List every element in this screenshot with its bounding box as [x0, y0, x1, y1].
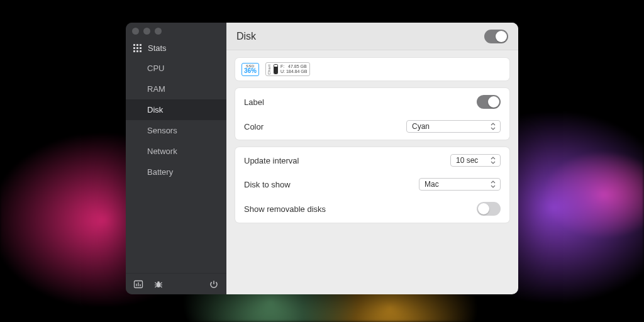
svg-rect-14 [157, 281, 159, 283]
setting-color-text: Color [244, 122, 406, 131]
stepper-icon [489, 121, 497, 131]
widget-disk-used: U: 184.84 GB [280, 69, 307, 74]
main-header: Disk [226, 23, 518, 50]
widget-ssd-percent[interactable]: SSD 36% [242, 63, 259, 76]
row-update-interval: Update interval 10 sec [235, 148, 509, 172]
color-select-value: Cyan [412, 122, 489, 131]
sidebar-item-network[interactable]: Network [126, 141, 226, 162]
module-enable-toggle[interactable] [484, 30, 508, 43]
widget-disk-tag: Chart [267, 64, 271, 75]
power-icon[interactable] [209, 279, 219, 289]
sidebar-item-ram[interactable]: RAM [126, 79, 226, 99]
main-body: SSD 36% Chart F: 47.85 GB U: 184.84 GB [226, 50, 518, 230]
update-interval-value: 10 sec [456, 156, 489, 165]
dashboard-icon [133, 44, 142, 53]
row-color: Color Cyan [235, 114, 509, 138]
stepper-icon [489, 179, 497, 189]
sidebar: Stats CPU RAM Disk Sensors Network Batte… [126, 23, 226, 294]
sidebar-item-label: Sensors [147, 126, 177, 135]
page-title: Disk [236, 31, 484, 42]
sidebar-item-label: CPU [147, 64, 164, 73]
svg-rect-6 [133, 50, 135, 52]
app-title: Stats [148, 43, 167, 53]
bug-icon[interactable] [153, 279, 164, 289]
widget-ssd-percent-value: 36% [244, 68, 257, 74]
svg-point-13 [157, 282, 160, 287]
widget-disk-text: F: 47.85 GB U: 184.84 GB [280, 64, 307, 74]
svg-rect-7 [136, 50, 138, 52]
minimize-dot-icon[interactable] [143, 28, 150, 35]
window-traffic-lights[interactable] [126, 23, 226, 39]
appearance-card: Label Color Cyan [235, 88, 509, 140]
sidebar-item-label: RAM [147, 84, 165, 94]
svg-rect-0 [133, 44, 135, 46]
close-dot-icon[interactable] [132, 28, 139, 35]
show-removable-toggle[interactable] [477, 202, 501, 216]
sidebar-item-disk[interactable]: Disk [126, 99, 226, 120]
widget-disk-bar [274, 64, 278, 74]
setting-label-text: Label [244, 97, 477, 107]
setting-update-text: Update interval [244, 156, 450, 165]
stepper-icon [489, 155, 497, 165]
label-toggle[interactable] [477, 95, 501, 109]
app-header: Stats [126, 39, 226, 58]
setting-disk-text: Disk to show [244, 180, 419, 189]
sidebar-item-cpu[interactable]: CPU [126, 58, 226, 79]
row-disk-to-show: Disk to show Mac [235, 172, 509, 196]
svg-rect-5 [140, 47, 142, 49]
color-select[interactable]: Cyan [406, 120, 501, 133]
sidebar-footer [126, 273, 226, 294]
sidebar-item-label: Network [147, 147, 177, 156]
widget-preview-card: SSD 36% Chart F: 47.85 GB U: 184.84 GB [235, 58, 509, 80]
dashboard-popup-icon[interactable] [133, 279, 143, 289]
preferences-window: Stats CPU RAM Disk Sensors Network Batte… [126, 23, 518, 294]
svg-rect-1 [136, 44, 138, 46]
svg-rect-2 [140, 44, 142, 46]
update-interval-select[interactable]: 10 sec [450, 154, 501, 167]
svg-rect-3 [133, 47, 135, 49]
widget-disk-usage[interactable]: Chart F: 47.85 GB U: 184.84 GB [265, 62, 310, 76]
sidebar-nav: CPU RAM Disk Sensors Network Battery [126, 58, 226, 273]
setting-removable-text: Show removable disks [244, 204, 477, 214]
sidebar-item-label: Disk [147, 105, 163, 114]
svg-rect-8 [140, 50, 142, 52]
sidebar-item-battery[interactable]: Battery [126, 162, 226, 182]
row-label: Label [235, 89, 509, 114]
widget-disk-free: F: 47.85 GB [280, 64, 307, 69]
disk-to-show-value: Mac [425, 180, 489, 189]
behavior-card: Update interval 10 sec Disk to show Mac [235, 147, 509, 223]
sidebar-item-label: Battery [147, 167, 173, 177]
zoom-dot-icon[interactable] [155, 28, 162, 35]
disk-to-show-select[interactable]: Mac [419, 178, 501, 191]
sidebar-item-sensors[interactable]: Sensors [126, 120, 226, 141]
main-panel: Disk SSD 36% Chart F: 47.85 GB [226, 23, 518, 294]
row-show-removable: Show removable disks [235, 196, 509, 221]
svg-rect-4 [136, 47, 138, 49]
